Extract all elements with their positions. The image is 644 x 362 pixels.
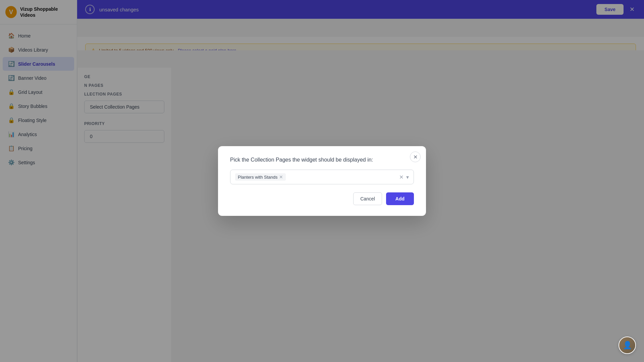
avatar[interactable]: 👤 xyxy=(619,337,636,354)
modal-footer: Cancel Add xyxy=(230,192,414,205)
collection-tag-remove[interactable]: ✕ xyxy=(279,174,283,180)
avatar-image: 👤 xyxy=(619,337,635,353)
chevron-down-icon[interactable]: ▾ xyxy=(406,174,409,180)
collection-modal: ✕ Pick the Collection Pages the widget s… xyxy=(218,146,426,216)
collection-tag: Planters with Stands ✕ xyxy=(235,173,286,181)
modal-overlay: ✕ Pick the Collection Pages the widget s… xyxy=(0,0,644,362)
add-button[interactable]: Add xyxy=(386,192,414,205)
modal-title: Pick the Collection Pages the widget sho… xyxy=(230,157,414,163)
collection-select-actions: ✕ ▾ xyxy=(399,174,409,180)
collection-tag-label: Planters with Stands xyxy=(238,175,278,180)
cancel-button[interactable]: Cancel xyxy=(353,192,382,205)
collection-select-field[interactable]: Planters with Stands ✕ ✕ ▾ xyxy=(230,170,414,184)
clear-icon[interactable]: ✕ xyxy=(399,174,404,180)
modal-close-button[interactable]: ✕ xyxy=(410,152,421,162)
